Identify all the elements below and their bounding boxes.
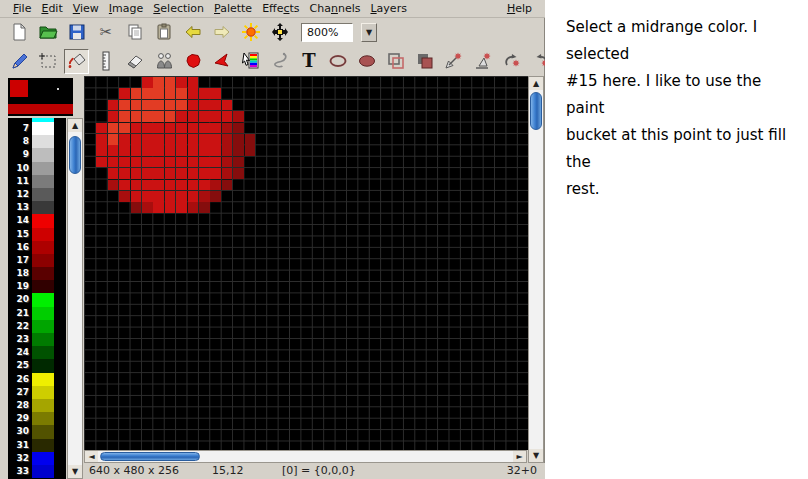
brightness-sun-icon[interactable]: [240, 21, 262, 43]
palette-row-17[interactable]: 17: [8, 254, 66, 267]
palette-row-32[interactable]: 32: [8, 452, 66, 465]
zoom-level-field[interactable]: 800%: [301, 23, 353, 42]
palette-scroll-thumb[interactable]: [69, 136, 81, 174]
palette-row-33[interactable]: 33: [8, 465, 66, 478]
palette-row-18[interactable]: 18: [8, 267, 66, 280]
rotate-cw-icon[interactable]: [528, 49, 545, 74]
eraser-icon[interactable]: [122, 49, 147, 74]
menu-item-file[interactable]: File: [8, 1, 36, 16]
palette-scroll-down-icon[interactable]: ▼: [68, 465, 82, 478]
lasso-swirl-icon[interactable]: [267, 49, 292, 74]
skew-tool-icon[interactable]: [470, 49, 495, 74]
canvas-scroll-down-icon[interactable]: ▼: [529, 449, 543, 462]
palette-swatch[interactable]: [32, 307, 54, 320]
palette-row-11[interactable]: 11: [8, 175, 66, 188]
cut-icon[interactable]: ✂: [95, 21, 117, 43]
text-tool-icon[interactable]: T: [296, 49, 321, 74]
palette-row-22[interactable]: 22: [8, 320, 66, 333]
palette-swatch[interactable]: [32, 188, 54, 201]
undo-arrow-icon[interactable]: [182, 21, 204, 43]
open-folder-icon[interactable]: [37, 21, 59, 43]
redo-arrow-icon[interactable]: [211, 21, 233, 43]
palette-swatch[interactable]: [32, 373, 54, 386]
palette-row-16[interactable]: 16: [8, 241, 66, 254]
palette-row-21[interactable]: 21: [8, 307, 66, 320]
palette-swatch[interactable]: [32, 135, 54, 148]
palette-swatch[interactable]: [32, 359, 54, 372]
canvas-hscroll-thumb[interactable]: [100, 452, 200, 461]
palette-row-10[interactable]: 10: [8, 162, 66, 175]
rect-outline-icon[interactable]: [383, 49, 408, 74]
palette-swatch[interactable]: [32, 241, 54, 254]
red-wedge-icon[interactable]: [209, 49, 234, 74]
gradient-picker-icon[interactable]: [238, 49, 263, 74]
palette-swatch[interactable]: [32, 122, 54, 135]
palette-swatch[interactable]: [32, 320, 54, 333]
zoom-dropdown-button[interactable]: ▼: [361, 23, 377, 42]
palette-row-28[interactable]: 28: [8, 399, 66, 412]
canvas-vertical-scrollbar[interactable]: ▲ ▼: [528, 76, 544, 463]
palette-row-9[interactable]: 9: [8, 148, 66, 161]
drawing-canvas[interactable]: [84, 76, 528, 450]
palette-row-13[interactable]: 13: [8, 201, 66, 214]
menu-item-view[interactable]: View: [68, 1, 104, 16]
palette-row-19[interactable]: 19: [8, 280, 66, 293]
rotate-ccw-icon[interactable]: [499, 49, 524, 74]
new-file-icon[interactable]: [8, 21, 30, 43]
ellipse-filled-icon[interactable]: [354, 49, 379, 74]
palette-row-12[interactable]: 12: [8, 188, 66, 201]
palette-row-23[interactable]: 23: [8, 333, 66, 346]
pencil-icon[interactable]: [6, 49, 31, 74]
save-icon[interactable]: [66, 21, 88, 43]
palette-swatch[interactable]: [32, 228, 54, 241]
palette-swatch[interactable]: [32, 399, 54, 412]
palette-row-15[interactable]: 15: [8, 228, 66, 241]
palette-swatch[interactable]: [32, 452, 54, 465]
palette-swatch[interactable]: [32, 465, 54, 478]
palette-swatch[interactable]: [32, 386, 54, 399]
palette-swatch[interactable]: [32, 267, 54, 280]
palette-swatch[interactable]: [32, 412, 54, 425]
palette-row-31[interactable]: 31: [8, 439, 66, 452]
move-cross-icon[interactable]: [269, 21, 291, 43]
palette-row-14[interactable]: 14: [8, 214, 66, 227]
ellipse-outline-icon[interactable]: [325, 49, 350, 74]
palette-swatch[interactable]: [32, 293, 54, 306]
palette-swatch[interactable]: [32, 439, 54, 452]
menu-item-help[interactable]: Help: [502, 1, 537, 16]
palette-swatch[interactable]: [32, 201, 54, 214]
red-spray-icon[interactable]: [180, 49, 205, 74]
palette-swatch[interactable]: [32, 162, 54, 175]
menu-item-selection[interactable]: Selection: [148, 1, 209, 16]
menu-item-palette[interactable]: Palette: [209, 1, 257, 16]
select-rect-icon[interactable]: [35, 49, 60, 74]
palette-row-7[interactable]: 7: [8, 122, 66, 135]
menu-item-edit[interactable]: Edit: [36, 1, 67, 16]
menu-item-layers[interactable]: Layers: [365, 1, 411, 16]
paint-bucket-icon[interactable]: [64, 49, 89, 74]
palette-row-27[interactable]: 27: [8, 386, 66, 399]
menu-item-channels[interactable]: Channels: [305, 1, 366, 16]
canvas-scroll-right-icon[interactable]: ►: [513, 451, 526, 462]
palette-row-25[interactable]: 25: [8, 359, 66, 372]
palette-row-26[interactable]: 26: [8, 373, 66, 386]
canvas-scroll-left-icon[interactable]: ◄: [85, 451, 98, 462]
canvas-scroll-up-icon[interactable]: ▲: [529, 77, 543, 90]
palette-swatch[interactable]: [32, 214, 54, 227]
palette-swatch[interactable]: [32, 280, 54, 293]
palette-swatch[interactable]: [32, 148, 54, 161]
palette-row-20[interactable]: 20: [8, 293, 66, 306]
clone-figures-icon[interactable]: [151, 49, 176, 74]
palette-row-8[interactable]: 8: [8, 135, 66, 148]
palette-swatch[interactable]: [32, 346, 54, 359]
ruler-icon[interactable]: [93, 49, 118, 74]
palette-swatch[interactable]: [32, 333, 54, 346]
palette-swatch[interactable]: [32, 175, 54, 188]
scale-tool-icon[interactable]: [441, 49, 466, 74]
palette-row-29[interactable]: 29: [8, 412, 66, 425]
menu-item-image[interactable]: Image: [104, 1, 148, 16]
paste-icon[interactable]: [153, 21, 175, 43]
copy-icon[interactable]: [124, 21, 146, 43]
palette-row-24[interactable]: 24: [8, 346, 66, 359]
palette-swatch[interactable]: [32, 254, 54, 267]
